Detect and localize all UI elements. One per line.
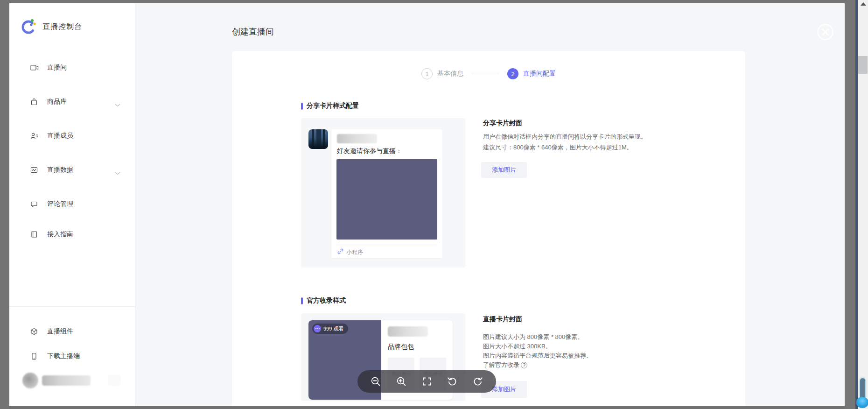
viewers-badge: 999 观看 — [312, 324, 348, 334]
sidebar-item-product-library[interactable]: 商品库 — [9, 92, 135, 111]
fullscreen-icon[interactable] — [421, 375, 433, 388]
sidebar-item-label: 直播成员 — [47, 132, 73, 140]
sidebar-item-live-room[interactable]: 直播间 — [9, 58, 135, 77]
shopping-bag-icon — [30, 98, 39, 106]
zoom-out-icon[interactable] — [370, 375, 382, 388]
guide-book-icon — [30, 231, 39, 238]
step-label: 基本信息 — [437, 70, 463, 78]
scrollbar-thumb[interactable] — [858, 56, 868, 74]
sidebar-item-label: 下载主播端 — [47, 352, 80, 360]
scrollbar-up-arrow-icon[interactable] — [861, 2, 866, 6]
mini-program-label: 小程序 — [346, 248, 363, 256]
step-connector — [471, 74, 500, 74]
chevron-down-icon — [115, 100, 120, 109]
window-frame-right — [845, 0, 855, 409]
phone-icon — [30, 353, 39, 360]
image-viewer-toolbar — [357, 370, 496, 393]
sidebar-item-live-members[interactable]: 直播成员 — [9, 127, 135, 145]
invite-text: 好友邀请你参与直播： — [337, 147, 402, 155]
sidebar-item-comment-management[interactable]: 评论管理 — [9, 195, 135, 213]
sidebar-item-live-data[interactable]: 直播数据 — [9, 161, 135, 179]
sidebar-item-integration-guide[interactable]: 接入指南 — [9, 225, 135, 244]
step-number: 1 — [421, 68, 433, 79]
user-badge-blurred — [108, 374, 120, 386]
help-question-icon: ? — [521, 362, 527, 368]
live-title: 品牌包包 — [388, 343, 446, 351]
sidebar-item-label: 评论管理 — [47, 200, 73, 208]
sidebar-item-label: 接入指南 — [47, 230, 73, 239]
share-card-image-placeholder — [336, 159, 437, 240]
mini-program-row: 小程序 — [337, 248, 363, 256]
chevron-down-icon — [115, 169, 120, 177]
viewers-count: 999 观看 — [323, 325, 343, 332]
official-section-heading: 官方收录样式 — [307, 296, 346, 305]
section-accent-bar — [301, 103, 303, 110]
live-cover-line1: 图片建议大小为 800像素 * 800像素。 — [483, 332, 583, 342]
share-cover-line2: 建议尺寸：800像素 * 640像素，图片大小不得超过1M。 — [483, 142, 633, 153]
video-camera-icon — [30, 64, 39, 71]
stepper: 1 基本信息 2 直播间配置 — [232, 68, 745, 79]
share-card-preview-panel: 好友邀请你参与直播： 小程序 — [301, 118, 465, 268]
step-label: 直播间配置 — [523, 70, 556, 78]
share-cover-title: 分享卡片封面 — [483, 119, 522, 127]
cube-icon — [30, 328, 39, 335]
rotate-right-icon[interactable] — [472, 375, 484, 388]
step-room-config[interactable]: 2 直播间配置 — [507, 68, 556, 79]
sidebar-divider — [9, 306, 135, 307]
mouse-cursor-tip — [856, 397, 868, 408]
sidebar-item-live-component[interactable]: 直播组件 — [9, 322, 135, 341]
members-icon — [30, 132, 39, 140]
window-frame-left — [0, 0, 9, 409]
add-share-image-button[interactable]: 添加图片 — [481, 162, 527, 178]
learn-official-link[interactable]: 了解官方收录 ? — [483, 360, 527, 370]
sidebar-item-label: 商品库 — [47, 98, 67, 106]
share-chat-card: 好友邀请你参与直播： 小程序 — [331, 129, 442, 258]
live-cover-line2: 图片大小不超过 300KB。 — [483, 342, 552, 351]
section-accent-bar — [301, 297, 303, 304]
page-title: 创建直播间 — [232, 26, 274, 37]
share-section-heading: 分享卡片样式配置 — [307, 102, 359, 110]
learn-official-text: 了解官方收录 — [483, 360, 519, 370]
app-title: 直播控制台 — [42, 22, 82, 32]
live-dots-icon — [314, 325, 321, 332]
sidebar-item-label: 直播数据 — [47, 166, 73, 174]
sidebar-item-download-broadcaster[interactable]: 下载主播端 — [9, 347, 135, 366]
live-cover-line3: 图片内容遵循平台规范后更容易被推荐。 — [483, 351, 592, 360]
comment-icon — [30, 200, 39, 208]
chat-sender-name-blurred — [337, 134, 377, 143]
user-name-blurred — [42, 375, 91, 386]
rotate-left-icon[interactable] — [446, 375, 458, 388]
window-frame-bottom — [0, 406, 855, 409]
sidebar-item-label: 直播间 — [47, 63, 67, 72]
close-button[interactable] — [817, 23, 834, 41]
chart-icon — [30, 166, 39, 174]
zoom-in-icon[interactable] — [395, 375, 407, 388]
share-cover-line1: 用户在微信对话框内分享的直播间将以分享卡片的形式呈现。 — [483, 131, 647, 142]
shop-name-blurred — [388, 326, 428, 337]
sidebar-item-label: 直播组件 — [47, 327, 73, 336]
user-avatar[interactable] — [22, 373, 38, 388]
chat-card-divider — [336, 245, 437, 245]
link-icon — [337, 248, 343, 256]
app-logo-icon — [20, 18, 37, 35]
step-basic-info[interactable]: 1 基本信息 — [421, 68, 463, 79]
window-frame-top — [0, 0, 855, 3]
live-cover-title: 直播卡片封面 — [483, 315, 522, 324]
step-number: 2 — [507, 68, 518, 79]
chat-avatar-image — [308, 129, 328, 149]
